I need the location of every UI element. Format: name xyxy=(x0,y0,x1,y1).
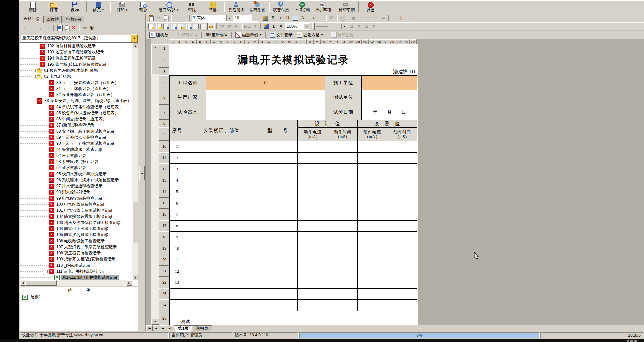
row-index-cell[interactable]: 11 xyxy=(170,254,185,266)
data-cell[interactable] xyxy=(328,254,358,266)
pattern-cell2-icon[interactable] xyxy=(200,23,207,29)
column-letter-H[interactable]: H xyxy=(217,39,224,44)
tree-horizontal-scrollbar[interactable]: ◀ ▶ xyxy=(20,280,132,286)
data-cell[interactable] xyxy=(358,186,387,198)
data-cell[interactable] xyxy=(328,266,358,277)
data-cell[interactable] xyxy=(185,266,258,277)
data-cell[interactable] xyxy=(185,209,258,221)
preview-button[interactable]: 预览 xyxy=(133,1,154,14)
tab-catalog[interactable]: 表格目录 xyxy=(21,15,43,23)
data-cell[interactable] xyxy=(185,164,258,175)
chevron-down-icon[interactable]: ▼ xyxy=(252,23,259,29)
column-letter-J[interactable]: J xyxy=(231,39,238,44)
data-cell[interactable] xyxy=(298,209,328,221)
filter-icon[interactable] xyxy=(83,27,87,30)
field-value[interactable]: 0 xyxy=(206,76,325,90)
column-letter-I[interactable]: I xyxy=(224,39,231,44)
tree-item-83[interactable]: ×83 设备安装、清洗、调整、精校记录（通用表） xyxy=(20,98,132,104)
row-number-2[interactable]: 2 xyxy=(159,52,169,68)
data-cell[interactable] xyxy=(358,221,387,232)
file-record-button[interactable]: 文件套录 xyxy=(268,31,294,38)
tree-item-109[interactable]: ×109 成套开关柜(盘)安装检查记录 xyxy=(20,256,132,262)
service-button[interactable]: 售后服务 xyxy=(226,1,247,14)
column-letter-R[interactable]: R xyxy=(286,39,293,44)
column-letter-X[interactable]: X xyxy=(327,39,334,44)
insert-row-above-icon[interactable] xyxy=(148,23,154,29)
data-cell[interactable] xyxy=(387,198,417,209)
column-letter-Q[interactable]: Q xyxy=(279,39,286,44)
exit-button[interactable]: 退出 xyxy=(360,1,381,14)
row-number-1[interactable]: 1 xyxy=(159,44,169,52)
font-style-a-icon[interactable]: A xyxy=(299,15,306,21)
column-letter-Y[interactable]: Y xyxy=(334,39,341,44)
tree-item-92[interactable]: ×92 压力试验记录 xyxy=(20,153,132,159)
replace-button[interactable]: 替换 xyxy=(202,1,223,14)
row-index-cell[interactable]: 9 xyxy=(170,232,185,243)
update-button[interactable]: 检查更新 xyxy=(336,1,357,14)
data-cell[interactable] xyxy=(387,300,417,311)
tree-item-106[interactable]: ×106 电缆敷设施工检查记录 xyxy=(20,238,132,244)
data-cell[interactable] xyxy=(298,300,328,311)
tab-recycle[interactable]: 回收站 xyxy=(43,16,62,23)
row-number-9[interactable]: 9 xyxy=(159,127,169,141)
scrollbar-thumb[interactable] xyxy=(132,202,138,243)
data-cell[interactable] xyxy=(387,175,417,187)
data-cell[interactable] xyxy=(328,221,358,232)
data-cell[interactable] xyxy=(185,254,258,266)
pay-button[interactable]: 我要付款 xyxy=(271,1,292,14)
row-number-23[interactable]: 23 xyxy=(159,288,169,300)
tree-item-98[interactable]: ×98 消火栓试射记录 xyxy=(20,189,132,195)
circled-number-icon[interactable]: 18 xyxy=(339,15,346,21)
data-cell[interactable] xyxy=(258,243,298,255)
data-cell[interactable] xyxy=(328,300,358,311)
row-spacing2-icon[interactable]: t≡ xyxy=(226,23,233,29)
expand-collapse-button[interactable]: 展开/收起▼ xyxy=(156,1,181,14)
nav-forward-button[interactable]: → xyxy=(45,26,50,31)
column-letter-N[interactable]: N xyxy=(259,39,265,44)
column-letter-Z[interactable]: Z xyxy=(341,39,348,44)
data-cell[interactable] xyxy=(328,141,358,153)
row-index-cell[interactable]: 5 xyxy=(170,186,185,198)
column-letter-V[interactable]: V xyxy=(314,39,320,44)
column-letter-AB[interactable]: AB xyxy=(355,39,362,44)
delete-col-icon[interactable] xyxy=(185,23,192,29)
column-letter-AC[interactable]: AC xyxy=(362,39,368,44)
lock-cell-button[interactable] xyxy=(207,23,215,30)
tree-item-81[interactable]: ×81 （ ）试验记录（通用表） xyxy=(20,86,132,92)
tree-item-108[interactable]: ×108 变压器安装检查记录 xyxy=(20,250,132,256)
insert-row-below-icon[interactable] xyxy=(163,23,169,29)
attachment-button[interactable]: 附 xyxy=(89,25,94,31)
data-cell[interactable] xyxy=(328,277,358,289)
tree-item-100[interactable]: ×100 电气配线隐蔽检查记录 xyxy=(20,201,132,207)
data-cell[interactable] xyxy=(258,277,298,289)
tree-item-01[interactable]: +01 预应力.钢结构.木结构.幕墙 xyxy=(20,67,132,73)
data-cell[interactable] xyxy=(358,164,387,175)
data-cell[interactable] xyxy=(298,243,328,255)
catalog-dropdown-button[interactable]: ▼ xyxy=(131,34,138,42)
data-cell[interactable] xyxy=(358,254,387,266)
row-index-cell[interactable]: 8 xyxy=(170,221,185,232)
data-cell[interactable] xyxy=(387,243,417,255)
data-cell[interactable] xyxy=(298,153,328,164)
row-number-18[interactable]: 18 xyxy=(159,231,169,243)
italic-button[interactable]: I xyxy=(277,15,284,21)
tree-item-104[interactable]: ×104 防雷引下线施工检查记录 xyxy=(20,226,132,232)
column-letter-AE[interactable]: AE xyxy=(375,39,382,44)
data-cell[interactable] xyxy=(387,164,417,175)
row-number-17[interactable]: 17 xyxy=(159,220,169,232)
tree-item-90[interactable]: ×90 管道（ ）接地测试检查记录 xyxy=(20,140,132,146)
column-letter-O[interactable]: O xyxy=(265,39,272,44)
tree-item-80[interactable]: ×80 （ ）安装检查记录（通用表） xyxy=(20,79,132,86)
scroll-left-icon[interactable]: ◀ xyxy=(20,280,26,286)
collapse-icon[interactable]: − xyxy=(44,270,48,273)
shading-style-icon[interactable]: ⊡ xyxy=(363,23,370,29)
data-cell[interactable] xyxy=(185,186,258,198)
data-cell[interactable] xyxy=(358,175,387,187)
tree-item-192[interactable]: ×192 装修材料进场验收记录 xyxy=(20,43,132,49)
line-style-select[interactable]: ——— ▼ xyxy=(314,23,347,30)
row-number-12[interactable]: 12 xyxy=(159,163,169,175)
column-lines-mid-icon[interactable]: |.| xyxy=(398,15,405,21)
column-letter-AI[interactable]: AI xyxy=(403,39,410,44)
scrollbar-thumb[interactable] xyxy=(151,50,159,74)
tree-item-001-111[interactable]: ×001-111 漏电开关模拟试验记录 xyxy=(20,274,132,280)
